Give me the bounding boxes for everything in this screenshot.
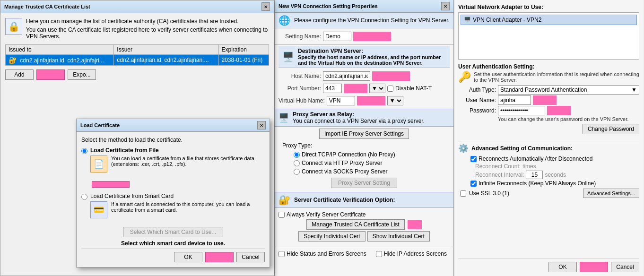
adv-comm-section: ⚙️ Advanced Setting of Communication: Re… [458, 143, 639, 200]
virtual-hub-input[interactable] [327, 96, 355, 105]
radio-direct[interactable] [294, 152, 300, 158]
radio-socks[interactable] [294, 169, 300, 175]
virtual-hub-label: Virtual Hub Name: [278, 97, 325, 104]
option-file-desc: You can load a certificate from a file t… [111, 155, 265, 172]
manage-ca-button[interactable]: Manage Trusted CA Certificate List [306, 219, 404, 230]
add-pink-button[interactable] [36, 69, 65, 80]
user-name-input[interactable] [498, 95, 531, 105]
change-pw-row: Change Password [458, 124, 639, 134]
show-cert-button[interactable]: Show Individual Cert [367, 231, 430, 242]
cert-options: Always Verify Server Certificate Manage … [278, 210, 450, 243]
proxy-type-row: Proxy Type: [278, 142, 450, 149]
load-cert-title: Load Certificate [80, 122, 120, 128]
auth-type-arrow: ▼ [631, 86, 637, 93]
proxy-icon: 🖥️ [278, 112, 289, 123]
vpn-intro-text: Please configure the VPN Connection Sett… [294, 17, 450, 24]
disable-nat-checkbox[interactable] [387, 86, 393, 92]
advanced-settings-button[interactable]: Advanced Settings... [583, 189, 639, 198]
load-cert-cancel-button[interactable]: Cancel [236, 252, 265, 262]
cert-section-icon: 🔐 [278, 194, 290, 206]
option-smartcard-label: Load Certificate from Smart Card [90, 193, 265, 199]
proxy-http-label: Connect via HTTP Proxy Server [302, 160, 383, 166]
add-button[interactable]: Add [5, 69, 34, 80]
hide-status-label: Hide Status and Errors Screens [287, 250, 366, 257]
auth-type-select[interactable]: Standard Password Authentication ▼ [498, 85, 639, 95]
radio-file[interactable] [81, 148, 87, 154]
virtual-hub-combo[interactable]: ▼ [387, 96, 403, 105]
vpn-content: 🌐 Please configure the VPN Connection Se… [275, 13, 453, 276]
use-ssl-label: Use SSL 3.0 (1) [469, 190, 509, 197]
auth-type-value: Standard Password Authentication [500, 86, 587, 93]
radio-http[interactable] [294, 160, 300, 166]
dest-vpn-desc: Specify the host name or IP address, and… [298, 54, 446, 66]
reconnect-count-label: Reconnect Count: [475, 163, 521, 170]
proxy-option-2: Connect via HTTP Proxy Server [294, 160, 435, 166]
specify-cert-button[interactable]: Specify Individual Cert [298, 231, 365, 242]
reconnect-auto-checkbox[interactable] [470, 156, 477, 162]
load-cert-ok-pink[interactable] [205, 252, 234, 262]
proxy-option-3: Connect via SOCKS Proxy Server [294, 168, 435, 175]
load-cert-ok-button[interactable]: OK [174, 252, 202, 262]
auth-desc: Set the user authentication information … [474, 71, 639, 83]
always-verify-checkbox[interactable] [278, 212, 285, 218]
proxy-relay-section: 🖥️ Proxy Server as Relay: You can connec… [275, 109, 453, 127]
card-icon: 💳 [90, 201, 107, 218]
vpn-close-button[interactable]: ✕ [441, 2, 450, 10]
reconnect-interval-row: Reconnect Interval: seconds [458, 171, 639, 179]
auth-label: User Authentication Setting: [458, 63, 639, 70]
infinite-reconnect-row: Infinite Reconnects (Keep VPN Always Onl… [458, 180, 639, 187]
cert-table: Issued to Issuer Expiration 🔐 cdn2.ajinf… [5, 44, 269, 66]
virtual-hub-row: Virtual Hub Name: ▼ [278, 96, 450, 105]
ok-button[interactable]: OK [548, 262, 577, 272]
gear-icon: ⚙️ [458, 143, 469, 154]
always-verify-row: Always Verify Server Certificate [278, 211, 450, 218]
import-proxy-button[interactable]: Import IE Proxy Server Settings [319, 129, 409, 139]
ca-title-bar: Manage Trusted CA Certificate List ✕ [0, 0, 274, 13]
change-password-button[interactable]: Change Password [583, 124, 639, 134]
vna-label: Virtual Network Adapter to Use: [458, 4, 639, 10]
ca-info-box: 🔒 Here you can manage the list of certif… [5, 18, 269, 40]
port-number-input[interactable] [323, 84, 342, 93]
port-combo[interactable]: ▼ [369, 84, 385, 93]
vna-value: VPN Client Adapter - VPN2 [473, 17, 541, 23]
vpn-title: New VPN Connection Setting Properties [278, 3, 378, 9]
hide-ip-checkbox[interactable] [376, 251, 382, 257]
user-name-label: User Name: [458, 97, 496, 104]
ca-close-button[interactable]: ✕ [261, 2, 270, 11]
ssl-row: Use SSL 3.0 (1) Advanced Settings... [458, 189, 639, 198]
proxy-type-label: Proxy Type: [282, 142, 312, 149]
file-icon: 📄 [90, 155, 107, 172]
proxy-socks-label: Connect via SOCKS Proxy Server [302, 168, 387, 175]
setting-name-input[interactable] [323, 32, 351, 41]
ssl-checkbox[interactable] [460, 190, 466, 197]
reconnect-auto-label: Reconnects Automatically After Disconnec… [479, 155, 592, 162]
infinite-reconnect-checkbox[interactable] [470, 181, 477, 187]
cancel-button[interactable]: Cancel [611, 262, 639, 272]
bottom-button-row: OK Cancel [458, 259, 639, 272]
reconnect-interval-input[interactable] [526, 171, 543, 179]
host-name-pink [372, 71, 410, 81]
export-button[interactable]: Expo... [68, 69, 96, 80]
ca-info-icon: 🔒 [5, 18, 22, 35]
proxy-relay-content: Proxy Server as Relay: You can connect t… [293, 111, 425, 124]
table-row[interactable]: 🔐 cdn2.ajinfajrian.id, cdn2.ajinfajri...… [6, 55, 269, 66]
host-name-input[interactable] [323, 71, 370, 81]
option-smartcard-desc: If a smart card is connected to this com… [111, 201, 265, 218]
port-number-label: Port Number: [278, 85, 321, 92]
select-smart-card-button[interactable]: Select Which Smart Card to Use... [123, 227, 224, 237]
select-card-caption: Select which smart card device to use. [81, 240, 265, 247]
ok-pink-button[interactable] [580, 262, 608, 272]
vna-item[interactable]: 🖥️ VPN Client Adapter - VPN2 [461, 15, 637, 25]
vna-icon: 🖥️ [464, 17, 471, 23]
trusted-ca-btn-row: Manage Trusted CA Certificate List [278, 219, 450, 230]
password-input[interactable] [498, 106, 545, 115]
spacer [458, 202, 639, 259]
reconnect-interval-label: Reconnect Interval: [475, 172, 524, 178]
file-path-box [92, 181, 265, 189]
import-btn-row: Import IE Proxy Server Settings [275, 129, 453, 139]
option-smartcard: Load Certificate from Smart Card 💳 If a … [81, 193, 265, 223]
radio-smartcard[interactable] [81, 194, 87, 200]
load-cert-close-button[interactable]: ✕ [257, 121, 266, 129]
ca-info-text: Here you can manage the list of certific… [26, 18, 269, 40]
hide-status-checkbox[interactable] [278, 251, 285, 257]
